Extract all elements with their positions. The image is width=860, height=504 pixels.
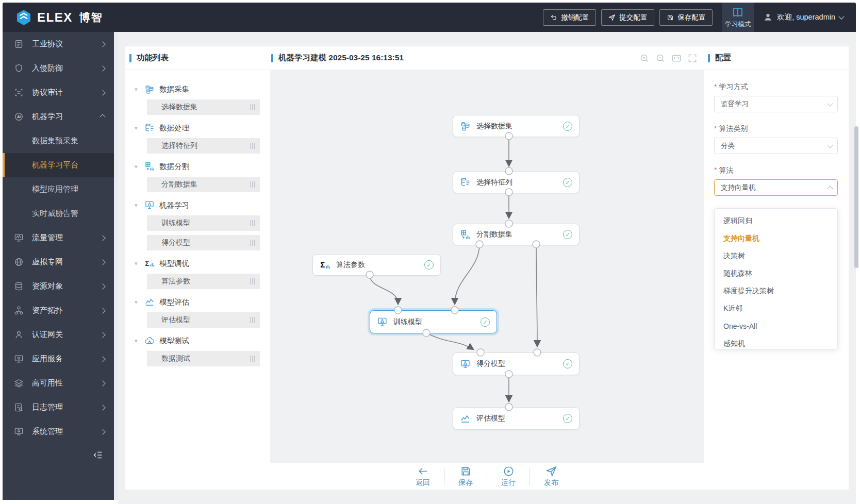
sidebar-item-log-management[interactable]: 日志管理 bbox=[3, 395, 114, 419]
field-algorithm: *算法 支持向量机 bbox=[714, 166, 838, 196]
node-split-dataset[interactable]: 分割数据集 ✓ bbox=[453, 224, 580, 245]
collapse-sidebar-icon[interactable] bbox=[92, 449, 104, 461]
user-icon bbox=[763, 12, 773, 22]
submit-config-button[interactable]: 提交配置 bbox=[601, 9, 654, 26]
field-algorithm-category: *算法类别 分类 bbox=[714, 124, 838, 154]
node-train-model[interactable]: 训练模型 ✓ bbox=[370, 310, 497, 333]
undo-config-label: 撤销配置 bbox=[561, 13, 589, 22]
sidebar-item-high-availability[interactable]: 高可用性 bbox=[3, 371, 114, 395]
node-select-dataset[interactable]: 选择数据集 ✓ bbox=[453, 115, 580, 137]
sidebar-item-label: 虚拟专网 bbox=[32, 257, 92, 267]
dropdown-option-random-forest[interactable]: 随机森林 bbox=[715, 265, 837, 282]
user-menu[interactable]: 欢迎, superadmin bbox=[754, 12, 856, 22]
app-logo: ELEX 博智 bbox=[3, 9, 185, 26]
tree-group-label: 模型调优 bbox=[159, 259, 189, 268]
chevron-right-icon bbox=[100, 90, 105, 95]
dropdown-option-logistic-regression[interactable]: 逻辑回归 bbox=[715, 212, 837, 230]
sidebar-subitem-ml-platform[interactable]: 机器学习平台 bbox=[3, 153, 114, 177]
drag-handle-icon bbox=[250, 220, 255, 226]
tree-group-model-testing[interactable]: ▾ 模型测试 bbox=[125, 332, 270, 349]
book-icon bbox=[732, 6, 744, 19]
tree-item-train-model[interactable]: 训练模型 bbox=[147, 215, 260, 231]
learning-mode-tab[interactable]: 学习模式 bbox=[722, 3, 754, 32]
tree-item-label: 选择数据集 bbox=[161, 103, 197, 112]
log-search-icon bbox=[14, 402, 24, 412]
dropdown-option-knn[interactable]: K近邻 bbox=[715, 300, 837, 317]
tree-item-label: 得分模型 bbox=[161, 238, 190, 247]
tree-group-model-tuning[interactable]: ▾ 模型调优 bbox=[125, 255, 270, 272]
tree-group-data-processing[interactable]: ▾ 数据处理 bbox=[125, 119, 270, 137]
actual-size-icon[interactable] bbox=[671, 53, 682, 63]
dropdown-option-gbdt[interactable]: 梯度提升决策树 bbox=[715, 282, 837, 300]
tree-group-data-collection[interactable]: ▾ 数据采集 bbox=[125, 80, 270, 98]
sidebar-subitem-dataset-precollection[interactable]: 数据集预采集 bbox=[3, 129, 114, 153]
success-check-icon: ✓ bbox=[563, 122, 572, 131]
back-button[interactable]: 返回 bbox=[411, 465, 435, 488]
dropdown-option-perceptron[interactable]: 感知机 bbox=[715, 335, 837, 349]
learning-method-select[interactable]: 监督学习 bbox=[714, 96, 838, 112]
window-scrollbar[interactable] bbox=[854, 126, 858, 268]
tree-item-select-features[interactable]: 选择特征列 bbox=[147, 138, 260, 154]
logo-text: ELEX bbox=[37, 10, 73, 25]
chevron-down-icon bbox=[827, 142, 833, 148]
save-config-button[interactable]: 保存配置 bbox=[659, 9, 713, 26]
sidebar-subitem-realtime-threat-alert[interactable]: 实时威胁告警 bbox=[3, 201, 114, 226]
tree-item-label: 数据测试 bbox=[161, 354, 190, 363]
sidebar-item-system-management[interactable]: 系统管理 bbox=[3, 419, 114, 444]
dropdown-option-decision-tree[interactable]: 决策树 bbox=[715, 247, 837, 265]
flow-canvas[interactable]: 选择数据集 ✓ 选择特征列 ✓ 分割数据集 ✓ 算法参数 ✓ bbox=[270, 70, 704, 463]
divider bbox=[444, 468, 444, 485]
tree-group-model-evaluation[interactable]: ▾ 模型评估 bbox=[125, 293, 270, 311]
sidebar-item-industrial-protocol[interactable]: 工业协议 bbox=[3, 32, 114, 56]
save-icon bbox=[667, 14, 674, 21]
tree-group-machine-learning[interactable]: ▾ 机器学习 bbox=[125, 196, 270, 214]
undo-config-button[interactable]: 撤销配置 bbox=[543, 9, 596, 26]
dropdown-option-one-vs-all[interactable]: One-vs-All bbox=[715, 317, 837, 335]
tree-item-evaluate-model[interactable]: 评估模型 bbox=[147, 312, 260, 328]
tree-item-data-test[interactable]: 数据测试 bbox=[147, 351, 260, 366]
tree-group-data-split[interactable]: ▾ 数据分割 bbox=[125, 158, 270, 175]
sidebar-item-resource-objects[interactable]: 资源对象 bbox=[3, 274, 114, 298]
zoom-in-icon[interactable] bbox=[639, 53, 650, 63]
sidebar-scrollbar[interactable] bbox=[114, 32, 118, 500]
data-process-icon bbox=[144, 123, 155, 133]
app-window: ELEX 博智 撤销配置 提交配置 保存配置 学习模式 欢迎, superadm… bbox=[0, 0, 860, 504]
data-split-icon bbox=[460, 229, 471, 240]
zoom-out-icon[interactable] bbox=[655, 53, 666, 63]
publish-button[interactable]: 发布 bbox=[539, 465, 563, 488]
tree-item-score-model[interactable]: 得分模型 bbox=[147, 235, 260, 250]
algorithm-select[interactable]: 支持向量机 bbox=[714, 179, 838, 196]
tree-item-split-dataset[interactable]: 分割数据集 bbox=[147, 177, 260, 192]
tree-item-algorithm-params[interactable]: 算法参数 bbox=[147, 274, 260, 289]
success-check-icon: ✓ bbox=[563, 359, 572, 368]
node-select-features[interactable]: 选择特征列 ✓ bbox=[453, 171, 580, 193]
sidebar-item-machine-learning[interactable]: 机器学习 bbox=[3, 105, 114, 129]
tree-item-label: 评估模型 bbox=[161, 315, 190, 325]
accent-bar bbox=[129, 54, 131, 62]
sidebar-item-app-services[interactable]: 应用服务 bbox=[3, 347, 114, 371]
chevron-right-icon bbox=[100, 405, 105, 410]
dropdown-option-svm[interactable]: 支持向量机 bbox=[715, 230, 837, 247]
chevron-right-icon bbox=[100, 259, 105, 265]
shield-icon bbox=[14, 63, 24, 73]
sidebar-item-intrusion-prevention[interactable]: 入侵防御 bbox=[3, 56, 114, 80]
sidebar-item-asset-topology[interactable]: 资产拓扑 bbox=[3, 298, 114, 323]
sidebar-item-auth-gateway[interactable]: 认证网关 bbox=[3, 323, 114, 347]
sidebar-subitem-model-app-management[interactable]: 模型应用管理 bbox=[3, 177, 114, 201]
chevron-right-icon bbox=[100, 235, 105, 241]
algorithm-category-select[interactable]: 分类 bbox=[714, 138, 838, 154]
node-evaluate-model[interactable]: 评估模型 ✓ bbox=[453, 407, 580, 430]
run-button[interactable]: 运行 bbox=[497, 465, 520, 488]
sidebar-item-protocol-audit[interactable]: 协议审计 bbox=[3, 80, 114, 105]
chevron-up-icon bbox=[827, 186, 833, 191]
tree-item-select-dataset[interactable]: 选择数据集 bbox=[147, 99, 260, 115]
drag-handle-icon bbox=[250, 181, 255, 188]
node-label: 选择数据集 bbox=[476, 122, 512, 131]
sidebar-item-virtual-private-network[interactable]: 虚拟专网 bbox=[3, 250, 114, 274]
node-score-model[interactable]: 得分模型 ✓ bbox=[453, 352, 580, 375]
fullscreen-icon[interactable] bbox=[687, 53, 698, 63]
node-algorithm-params[interactable]: 算法参数 ✓ bbox=[312, 254, 441, 276]
save-button[interactable]: 保存 bbox=[454, 465, 477, 488]
monitor-icon bbox=[14, 354, 24, 364]
sidebar-item-traffic-management[interactable]: 流量管理 bbox=[3, 226, 114, 250]
